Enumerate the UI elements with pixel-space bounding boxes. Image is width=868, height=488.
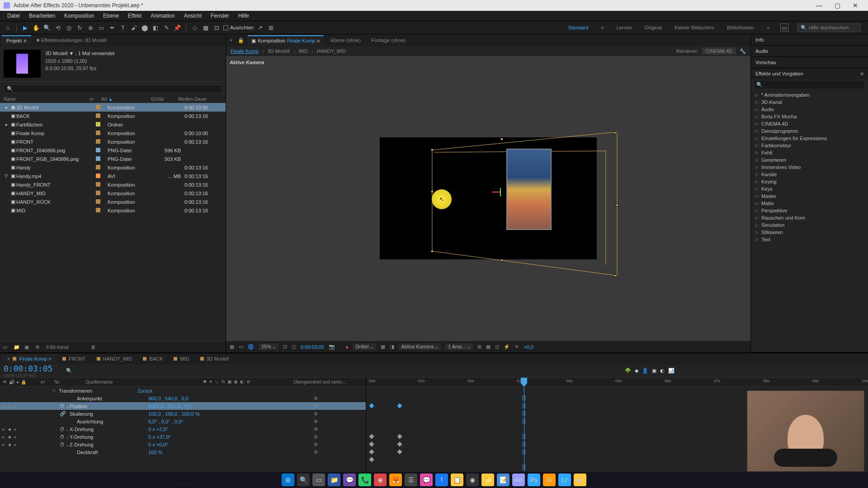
taskbar-app-icon[interactable]: 🦊 (389, 474, 402, 486)
project-item[interactable]: ▣Handy_FRONTKomposition0:00:13:16 (0, 180, 226, 189)
transform-group[interactable]: Transformieren (59, 388, 137, 394)
breadcrumb-2[interactable]: MID (299, 48, 308, 54)
project-item[interactable]: ▽▣Handy.mp4AVI... MB0:00:13:16 (0, 172, 226, 180)
roi-icon[interactable]: ◫ (292, 344, 296, 350)
col-groesse[interactable]: Größe (151, 97, 178, 102)
taskbar-app-icon[interactable]: ◉ (466, 474, 479, 486)
misc-tool-icon[interactable]: ⊞ (267, 23, 275, 32)
effect-category[interactable]: ▷Generieren (751, 156, 868, 164)
selection-tool-icon[interactable]: ▶ (21, 23, 29, 32)
menu-ebene[interactable]: Ebene (99, 12, 123, 20)
col-medien[interactable]: Medien-Dauer (178, 97, 222, 102)
tl-tree-icon[interactable]: 🌳 (625, 368, 631, 374)
spiral-icon[interactable]: 🌀 (248, 344, 254, 350)
taskbar-app-icon[interactable]: 📝 (497, 474, 509, 486)
workspace-bibliotheken[interactable]: Bibliotheken (725, 24, 756, 31)
channel-icon[interactable]: ● (345, 344, 349, 350)
tl-frame-blend-icon[interactable]: ▣ (652, 368, 656, 374)
snapshot-icon[interactable]: 📷 (329, 344, 335, 350)
effect-category[interactable]: ▷CINEMA 4D (751, 120, 868, 127)
effect-category[interactable]: ▷Rauschen und Korn (751, 214, 868, 221)
menu-fenster[interactable]: Fenster (206, 12, 234, 20)
effects-panel-header[interactable]: Effekte und Vorgaben≡ (751, 68, 868, 79)
hand-tool-icon[interactable]: ✋ (32, 23, 40, 32)
resolution-select[interactable]: Drittel ⌵ (353, 343, 376, 350)
tl-graph-editor-icon[interactable]: 📊 (668, 368, 675, 374)
taskbar-app-icon[interactable]: ☰ (405, 474, 417, 486)
close-button[interactable]: ✕ (846, 0, 864, 11)
camera-select[interactable]: Aktive Kamera ⌵ (399, 343, 441, 350)
stamp-tool-icon[interactable]: ⬤ (141, 23, 149, 32)
footage-tab[interactable]: Footage (ohne) (368, 36, 409, 45)
keyframe[interactable] (369, 441, 374, 446)
info-panel-header[interactable]: Info (751, 34, 868, 45)
taskbar-app-icon[interactable]: 💬 (420, 474, 433, 486)
timeline-tab[interactable]: × Finale Komp ≡ (2, 354, 57, 363)
text-tool-icon[interactable]: T (119, 23, 127, 32)
transform-twirl-icon[interactable]: ▽ (52, 389, 59, 393)
home-icon[interactable]: ⌂ (4, 23, 12, 32)
snap-icon[interactable]: ◇ (191, 23, 199, 32)
opt2-icon[interactable]: ▦ (486, 344, 491, 350)
taskbar-app-icon[interactable]: Ai (543, 474, 556, 486)
breadcrumb-1[interactable]: 3D Modell (267, 48, 290, 54)
roto-tool-icon[interactable]: ✎ (162, 23, 170, 32)
grid-icon[interactable]: ▦ (202, 23, 210, 32)
effect-category[interactable]: ▷Fehlt (751, 149, 868, 156)
tl-graph-icon[interactable]: ◆ (635, 368, 638, 374)
taskbar-app-icon[interactable]: 📞 (359, 474, 371, 486)
project-item[interactable]: ▣MIDKomposition0:00:13:16 (0, 206, 226, 215)
taskbar-app-icon[interactable]: Lr (558, 474, 571, 486)
col-art[interactable]: Art ▲ (101, 97, 151, 102)
project-item[interactable]: ▣BACKKomposition0:00:13:16 (0, 112, 226, 120)
workspace-more-icon[interactable]: » (765, 24, 771, 31)
brush-tool-icon[interactable]: 🖌 (130, 23, 138, 32)
bit-depth[interactable]: 8-Bit-Kanal (46, 345, 68, 350)
keyframe[interactable] (369, 403, 374, 408)
timeline-tab[interactable]: 3D Modell (195, 354, 235, 363)
viewer-time[interactable]: 0:00:03:05 (301, 344, 324, 350)
property-row[interactable]: Ausrichtung0,0° , 0,0° , 0,0°⊚ (0, 418, 366, 425)
exposure-icon[interactable]: ☀ (514, 344, 519, 350)
interpret-footage-icon[interactable]: ▭ (3, 344, 9, 351)
minimize-button[interactable]: — (810, 0, 828, 11)
effect-category[interactable]: ▷Audio (751, 106, 868, 113)
workspace-lernen[interactable]: Lernen (615, 24, 634, 31)
project-item[interactable]: ▸▣3D ModellKomposition0:00:10:00 (0, 103, 226, 112)
menu-hilfe[interactable]: Hilfe (234, 12, 254, 20)
taskbar-app-icon[interactable]: f (435, 474, 448, 486)
taskbar-app-icon[interactable]: Ae (512, 474, 525, 486)
property-row[interactable]: ◂◆▸⏱ ⌄Z-Drehung0 x +0,0°⊚ (0, 441, 366, 448)
breadcrumb-3[interactable]: HANDY_MID (316, 48, 346, 54)
new-folder-icon[interactable]: 📁 (14, 344, 20, 351)
effect-category[interactable]: ▷Keying (751, 178, 868, 185)
project-item[interactable]: ▣FRONT_1840886.pngPNG-Datei596 KB (0, 146, 226, 155)
menu-datei[interactable]: Datei (3, 12, 24, 20)
maximize-button[interactable]: ▢ (828, 0, 846, 11)
effect-category[interactable]: ▷Stilisieren (751, 229, 868, 236)
snap-tool-icon[interactable]: ↗ (256, 23, 264, 32)
effect-category[interactable]: ▷Matte (751, 200, 868, 207)
menu-animation[interactable]: Animation (146, 12, 179, 20)
project-item[interactable]: ▸▣FarbflächenOrdner (0, 120, 226, 129)
property-row[interactable]: ◂◆▸⏱ ⌄Y-Drehung0 x +37,0°⊚ (0, 433, 366, 441)
menu-effekt[interactable]: Effekt (123, 12, 146, 20)
tl-shy-icon[interactable]: 👤 (642, 368, 648, 374)
zoom-select[interactable]: 25% ⌵ (259, 343, 278, 350)
menu-bearbeiten[interactable]: Bearbeiten (24, 12, 60, 20)
composition-viewport[interactable]: Aktive Kamera ↖ (226, 56, 750, 341)
taskbar-app-icon[interactable]: Ps (528, 474, 540, 486)
alpha-icon[interactable]: ▦ (230, 344, 234, 350)
anchor-tool-icon[interactable]: ⊕ (86, 23, 94, 32)
align-checkbox[interactable]: Ausrichten (223, 25, 254, 30)
full-res-icon[interactable]: ⊡ (283, 344, 287, 350)
tl-mb-icon[interactable]: ◐ (660, 368, 665, 374)
eraser-tool-icon[interactable]: ◧ (151, 23, 160, 32)
effect-category[interactable]: ▷Einstellungen für Expressions (751, 135, 868, 142)
taskbar-app-icon[interactable]: ▭ (312, 474, 325, 486)
mask-vis-icon[interactable]: ▭ (239, 344, 243, 350)
project-item[interactable]: ▣HANDY_MIDKomposition0:00:13:16 (0, 189, 226, 197)
timeline-tab[interactable]: BACK (137, 354, 168, 363)
taskbar-app-icon[interactable]: 📁 (328, 474, 340, 486)
audio-panel-header[interactable]: Audio (751, 46, 868, 56)
